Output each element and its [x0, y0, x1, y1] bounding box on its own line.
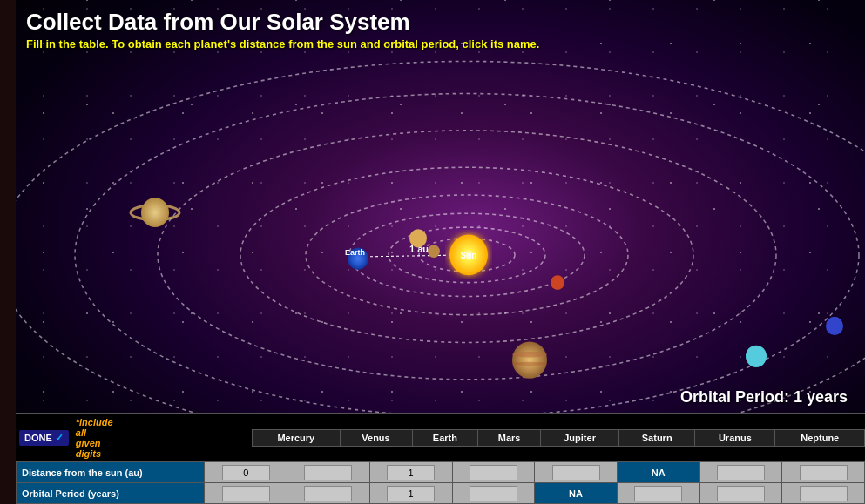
orbital-period-label: Orbital Period (years) [17, 483, 205, 504]
col-jupiter[interactable]: Jupiter [541, 430, 619, 447]
uranus-distance-cell[interactable] [699, 462, 782, 483]
solar-svg: Sun [16, 54, 865, 413]
svg-point-12 [141, 198, 169, 227]
mercury-period-cell[interactable] [205, 483, 287, 504]
svg-text:Sun: Sun [461, 251, 477, 260]
col-mercury[interactable]: Mercury [253, 430, 340, 447]
venus-distance-input[interactable] [304, 465, 352, 480]
saturn-period-input[interactable] [634, 486, 682, 501]
left-panel [0, 0, 16, 504]
svg-text:1 au: 1 au [409, 243, 429, 253]
empty-header [113, 430, 253, 447]
saturn-distance-cell: NA [617, 462, 699, 483]
mars-distance-input[interactable] [470, 465, 517, 480]
mercury-distance-input[interactable] [222, 465, 270, 480]
column-header-row: Mercury Venus Earth Mars Jupiter Saturn … [113, 430, 865, 447]
orbital-period-label: Orbital Period: 1 years [680, 388, 848, 407]
svg-point-15 [512, 362, 547, 366]
col-earth[interactable]: Earth [412, 430, 478, 447]
col-neptune[interactable]: Neptune [775, 430, 865, 447]
svg-point-20 [428, 245, 440, 258]
earth-period-input[interactable] [387, 486, 435, 501]
mars-distance-cell[interactable] [452, 462, 535, 483]
svg-text:Earth: Earth [345, 248, 365, 257]
mercury-distance-cell[interactable] [205, 462, 287, 483]
venus-period-input[interactable] [304, 486, 352, 501]
saturn-period-cell[interactable] [617, 483, 699, 504]
venus-period-cell[interactable] [287, 483, 370, 504]
neptune-distance-input[interactable] [800, 465, 848, 480]
svg-point-18 [551, 275, 564, 290]
svg-point-14 [512, 352, 547, 357]
mars-period-cell[interactable] [452, 483, 535, 504]
jupiter-period-cell: NA [535, 483, 618, 504]
main-title: Collect Data from Our Solar System [26, 9, 855, 36]
uranus-period-input[interactable] [717, 486, 765, 501]
table-header-row: DONE ✓ *include all given digits Mercury… [16, 414, 865, 461]
neptune-period-input[interactable] [800, 486, 848, 501]
venus-distance-cell[interactable] [287, 462, 370, 483]
earth-period-cell[interactable] [369, 483, 452, 504]
mercury-period-input[interactable] [222, 486, 270, 501]
include-note: *include all given digits [76, 417, 113, 459]
earth-distance-cell[interactable] [369, 462, 452, 483]
header: Collect Data from Our Solar System Fill … [16, 0, 865, 54]
done-check-icon: ✓ [55, 432, 64, 444]
orbital-period-row: Orbital Period (years) NA [17, 483, 865, 504]
jupiter-distance-cell[interactable] [535, 462, 618, 483]
svg-point-21 [746, 346, 767, 367]
earth-distance-input[interactable] [387, 465, 435, 480]
content-area: Collect Data from Our Solar System Fill … [16, 0, 865, 504]
mars-period-input[interactable] [470, 486, 517, 501]
main-container: Collect Data from Our Solar System Fill … [0, 0, 865, 504]
svg-point-13 [512, 341, 547, 378]
data-rows-table: Distance from the sun (au) NA Orbital Pe… [16, 461, 865, 504]
neptune-distance-cell[interactable] [782, 462, 865, 483]
distance-label: Distance from the sun (au) [17, 462, 205, 483]
solar-system: Sun [16, 54, 865, 413]
uranus-period-cell[interactable] [699, 483, 782, 504]
col-saturn[interactable]: Saturn [619, 430, 695, 447]
neptune-period-cell[interactable] [782, 483, 865, 504]
svg-point-22 [826, 317, 843, 335]
done-badge[interactable]: DONE ✓ [19, 430, 69, 446]
col-mars[interactable]: Mars [478, 430, 541, 447]
subtitle: Fill in the table. To obtain each planet… [26, 37, 855, 50]
col-venus[interactable]: Venus [340, 430, 412, 447]
uranus-distance-input[interactable] [717, 465, 765, 480]
done-label: DONE [24, 433, 52, 443]
planet-data-table: Mercury Venus Earth Mars Jupiter Saturn … [113, 429, 865, 447]
svg-point-7 [16, 61, 865, 413]
distance-row: Distance from the sun (au) NA [17, 462, 865, 483]
table-section: DONE ✓ *include all given digits Mercury… [16, 413, 865, 504]
col-uranus[interactable]: Uranus [695, 430, 775, 447]
jupiter-distance-input[interactable] [552, 465, 600, 480]
